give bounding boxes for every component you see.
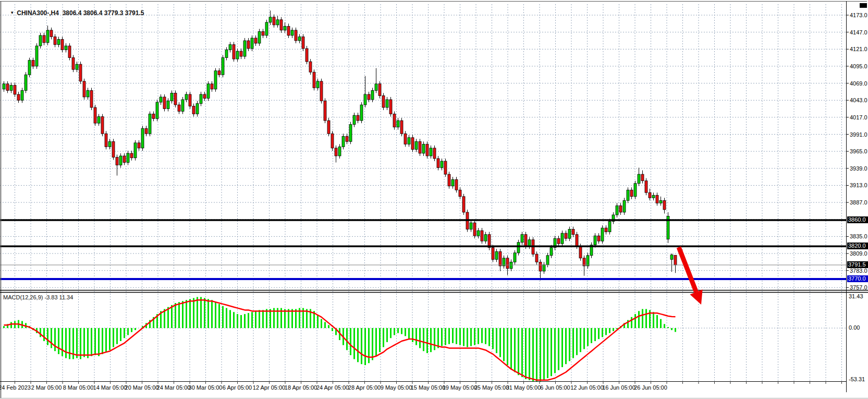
macd-indicator-label: MACD(12,26,9) -3.83 11.34: [3, 294, 73, 300]
price-axis[interactable]: [846, 1, 868, 392]
symbol-dropdown-icon[interactable]: ▼: [10, 10, 14, 15]
trend-arrow-annotation[interactable]: [679, 247, 703, 305]
ohlc-info: ▼CHINA300-,H4 3806.4 3806.4 3779.3 3791.…: [3, 2, 144, 24]
vertical-gridlines: [15, 4, 842, 381]
horizontal-gridlines: [0, 15, 846, 328]
level-lines: [0, 220, 846, 279]
ohlc-values: 3806.4 3806.4 3779.3 3791.5: [63, 9, 144, 17]
candlestick-series: [3, 10, 677, 280]
chart-window: 4173.04147.04121.04095.04069.04043.04017…: [0, 0, 868, 399]
time-axis[interactable]: [0, 382, 846, 392]
pane-splitter[interactable]: [0, 289, 868, 294]
symbol-period-label: CHINA300-,H4: [17, 9, 59, 17]
chart-canvas[interactable]: 4173.04147.04121.04095.04069.04043.04017…: [0, 0, 868, 399]
macd-histogram: [3, 297, 676, 381]
